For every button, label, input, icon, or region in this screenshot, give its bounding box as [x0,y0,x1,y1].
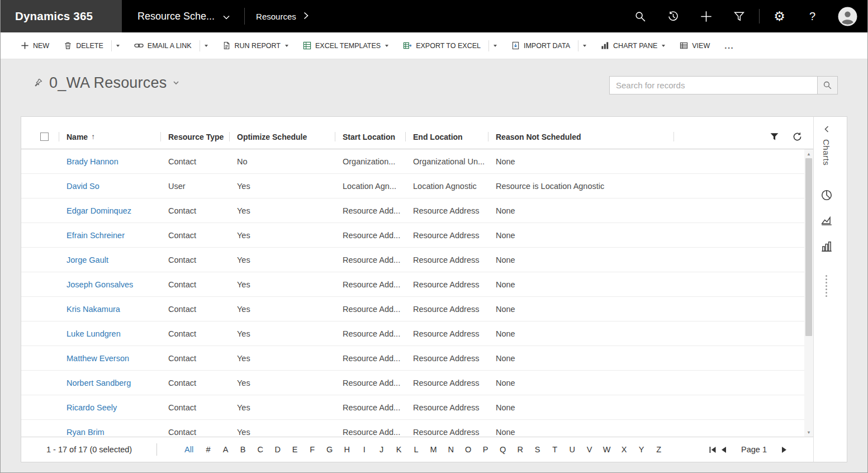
refresh-icon[interactable] [793,132,802,141]
select-all-checkbox[interactable] [40,133,49,141]
first-page-icon[interactable] [709,446,717,453]
row-checkbox-area[interactable] [21,248,59,272]
command-import-data[interactable]: IMPORT DATA [504,32,594,59]
jump-y[interactable]: Y [633,445,650,454]
chevron-down-icon[interactable] [662,45,665,47]
jump-i[interactable]: I [355,445,373,454]
view-selector[interactable]: 0_WA Resources [34,74,179,92]
row-checkbox-area[interactable] [21,420,59,437]
command-excel-templates[interactable]: EXCEL TEMPLATES [296,32,396,59]
table-row[interactable]: Luke Lundgren Contact Yes Resource Add..… [21,321,804,346]
settings-gear-icon[interactable] [763,0,796,32]
chevron-down-icon[interactable] [116,45,120,47]
column-header-end-location[interactable]: End Location [405,125,488,149]
table-row[interactable]: Joseph Gonsalves Contact Yes Resource Ad… [21,272,804,297]
row-checkbox-area[interactable] [21,346,59,370]
pin-icon[interactable] [34,78,43,89]
jump-j[interactable]: J [373,445,390,454]
next-page-icon[interactable] [781,446,788,453]
jump-t[interactable]: T [546,445,563,454]
chevron-down-icon[interactable] [494,45,497,47]
jump-v[interactable]: V [581,445,598,454]
record-name-link[interactable]: Jorge Gault [67,256,108,264]
chevron-down-icon[interactable] [205,45,208,47]
jump-d[interactable]: D [269,445,286,454]
table-row[interactable]: Brady Hannon Contact No Organization... … [21,149,804,174]
row-checkbox-area[interactable] [21,223,59,247]
table-row[interactable]: Efrain Schreiner Contact Yes Resource Ad… [21,223,804,248]
jump-all[interactable]: All [178,445,200,454]
jump-e[interactable]: E [286,445,303,454]
record-name-link[interactable]: Efrain Schreiner [67,231,125,240]
record-name-link[interactable]: Luke Lundgren [67,329,121,338]
record-name-link[interactable]: Matthew Everson [67,354,129,363]
jump-r[interactable]: R [511,445,529,454]
record-name-link[interactable]: Ryan Brim [67,428,105,437]
scrollbar-thumb[interactable] [805,158,812,336]
column-header-resource-type[interactable]: Resource Type [160,125,229,149]
jump-k[interactable]: K [390,445,407,454]
jump-p[interactable]: P [477,445,494,454]
row-checkbox-area[interactable] [21,149,59,173]
chevron-down-icon[interactable] [385,45,388,47]
search-input[interactable] [609,76,817,94]
expand-charts-icon[interactable] [823,125,830,133]
app-switcher[interactable]: Resource Sche... [122,0,244,32]
scroll-up-arrow[interactable] [804,149,813,158]
column-header-start-location[interactable]: Start Location [335,125,405,149]
pie-chart-icon[interactable] [820,189,833,201]
jump-s[interactable]: S [529,445,546,454]
vertical-scrollbar[interactable] [804,149,813,437]
jump-m[interactable]: M [425,445,442,454]
record-name-link[interactable]: Norbert Sandberg [67,379,131,387]
help-icon[interactable]: ? [796,0,829,32]
previous-page-icon[interactable] [720,446,727,453]
jump-q[interactable]: Q [494,445,511,454]
chevron-down-icon[interactable] [285,45,288,47]
bar-chart-icon[interactable] [820,240,833,253]
dynamics-365-logo[interactable]: Dynamics 365 [1,0,122,32]
scroll-down-arrow[interactable] [804,428,813,437]
jump-w[interactable]: W [598,445,615,454]
breadcrumb[interactable]: Resources [244,8,320,25]
jump-h[interactable]: H [338,445,355,454]
chevron-down-icon[interactable] [583,45,586,47]
recent-items-icon[interactable] [657,0,690,32]
drag-handle[interactable] [826,275,827,297]
record-name-link[interactable]: Edgar Dominquez [67,206,131,215]
jump-l[interactable]: L [407,445,425,454]
record-name-link[interactable]: Kris Nakamura [67,305,120,314]
command-more[interactable]: ... [717,32,741,59]
table-row[interactable]: Ricardo Seely Contact Yes Resource Add..… [21,395,804,420]
table-row[interactable]: Jorge Gault Contact Yes Resource Add... … [21,248,804,272]
user-avatar[interactable] [838,7,857,26]
record-name-link[interactable]: David So [67,182,99,191]
search-icon[interactable] [624,0,657,32]
jump-f[interactable]: F [303,445,321,454]
area-chart-icon[interactable] [820,215,833,227]
jump-n[interactable]: N [442,445,459,454]
charts-pane-label[interactable]: Charts [822,139,831,165]
command-chart-pane[interactable]: CHART PANE [594,32,672,59]
command-email-a-link[interactable]: EMAIL A LINK [127,32,215,59]
jump-b[interactable]: B [234,445,252,454]
advanced-find-icon[interactable] [723,0,756,32]
jump-a[interactable]: A [217,445,234,454]
search-button[interactable] [817,76,838,94]
record-name-link[interactable]: Joseph Gonsalves [67,280,133,289]
record-name-link[interactable]: Ricardo Seely [67,403,117,412]
row-checkbox-area[interactable] [21,321,59,346]
command-delete[interactable]: DELETE [56,32,127,59]
table-row[interactable]: Ryan Brim Contact Yes Resource Add... Re… [21,420,804,437]
filter-icon[interactable] [770,132,779,141]
jump-x[interactable]: X [615,445,633,454]
command-view[interactable]: VIEW [672,32,717,59]
jump-hash[interactable]: # [200,445,217,454]
jump-u[interactable]: U [563,445,581,454]
quick-create-icon[interactable] [690,0,723,32]
command-export-to-excel[interactable]: EXPORT TO EXCEL [396,32,504,59]
row-checkbox-area[interactable] [21,272,59,296]
jump-o[interactable]: O [459,445,477,454]
table-row[interactable]: Matthew Everson Contact Yes Resource Add… [21,346,804,371]
table-row[interactable]: David So User Yes Location Agn... Locati… [21,174,804,198]
